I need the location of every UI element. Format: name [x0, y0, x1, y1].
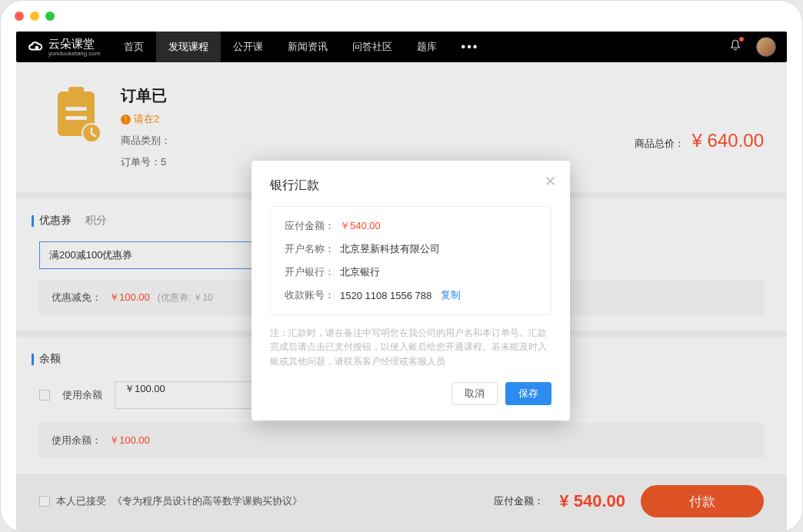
modal-account-no-value: 1520 1108 1556 788: [340, 290, 431, 301]
save-button[interactable]: 保存: [505, 382, 551, 405]
modal-note: 注：汇款时，请在备注中写明您在我公司的用户名和本订单号。汇款完成后请点击已支付按…: [270, 326, 551, 368]
page-body: 订单已 ! 请在2 商品类别： 订单号：5 商品总价： ¥ 640.00 优惠券…: [16, 62, 787, 531]
svg-point-0: [35, 46, 39, 50]
minimize-window-icon[interactable]: [30, 12, 39, 21]
bank-transfer-modal: 银行汇款 ✕ 应付金额： ￥540.00 开户名称： 北京昱新科技有限公司 开户…: [252, 161, 570, 421]
maximize-window-icon[interactable]: [45, 12, 55, 21]
window-controls: [1, 1, 802, 32]
nav-news[interactable]: 新闻资讯: [275, 32, 340, 62]
modal-account-name-label: 开户名称：: [285, 242, 340, 256]
modal-amount-label: 应付金额：: [285, 219, 340, 233]
nav-home[interactable]: 首页: [112, 32, 156, 62]
close-icon[interactable]: ✕: [545, 173, 556, 190]
nav-more-icon[interactable]: •••: [449, 40, 491, 54]
brand-subtitle: yunduoketang.com: [48, 50, 101, 57]
modal-account-name-value: 北京昱新科技有限公司: [340, 242, 440, 256]
nav-discover-courses[interactable]: 发现课程: [156, 32, 221, 62]
modal-amount-value: ￥540.00: [340, 219, 381, 233]
cloud-logo-icon: [27, 40, 44, 54]
nav-open-courses[interactable]: 公开课: [221, 32, 275, 62]
brand-logo[interactable]: 云朵课堂 yunduoketang.com: [16, 37, 112, 57]
modal-account-no-label: 收款账号：: [285, 288, 340, 302]
close-window-icon[interactable]: [15, 12, 24, 21]
notifications-button[interactable]: [728, 38, 742, 55]
modal-bank-label: 开户银行：: [285, 265, 340, 279]
notification-dot-icon: [739, 37, 744, 42]
modal-bank-value: 北京银行: [340, 265, 380, 279]
avatar[interactable]: [756, 37, 776, 57]
nav-qa-community[interactable]: 问答社区: [340, 32, 405, 62]
top-nav: 云朵课堂 yunduoketang.com 首页 发现课程 公开课 新闻资讯 问…: [16, 32, 787, 62]
cancel-button[interactable]: 取消: [451, 382, 498, 405]
copy-link[interactable]: 复制: [441, 288, 461, 302]
modal-title: 银行汇款: [270, 178, 551, 194]
nav-question-bank[interactable]: 题库: [405, 32, 449, 62]
